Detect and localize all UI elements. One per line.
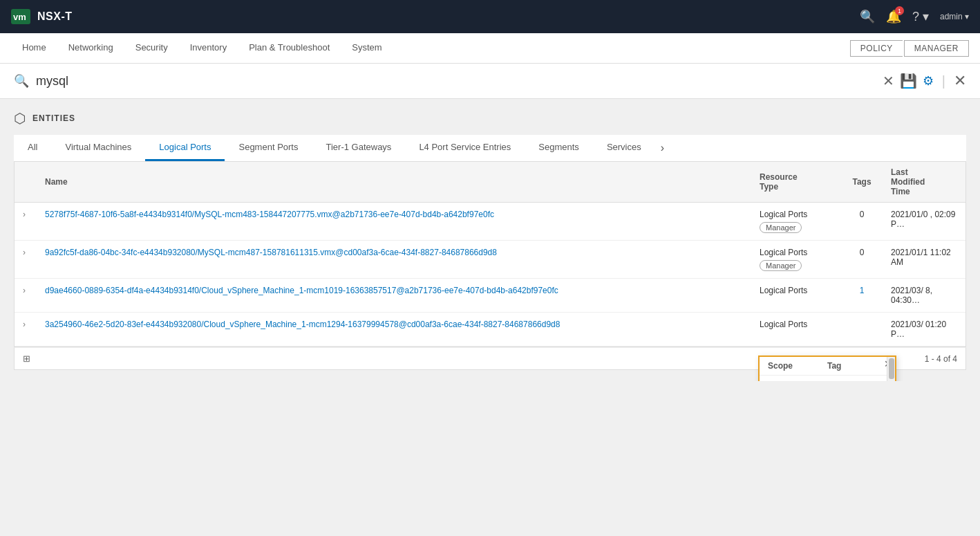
col-tags-header: Tags (841, 162, 883, 203)
col-resource-header: ResourceType (751, 162, 841, 203)
search-close-icon[interactable]: ✕ (954, 72, 966, 90)
tooltip-scope-header: Scope (768, 361, 827, 371)
layout-icon[interactable]: ⊞ (23, 353, 30, 364)
row1-tags: 0 (860, 210, 865, 219)
row2-expand-btn[interactable]: › (23, 248, 28, 257)
row3-tags[interactable]: 1 (860, 286, 865, 295)
policy-mode-button[interactable]: POLICY (850, 40, 903, 57)
user-menu[interactable]: admin ▾ (940, 12, 969, 21)
topbar: vm NSX-T 🔍 🔔 1 ? ▾ admin ▾ (0, 0, 980, 33)
table-row: › 5278f75f-4687-10f6-5a8f-e4434b9314f0/M… (15, 203, 965, 241)
svg-text:vm: vm (13, 12, 26, 22)
row1-badge: Manager (760, 222, 802, 233)
row4-name-link[interactable]: 3a254960-46e2-5d20-83ef-e4434b932080/Clo… (45, 320, 560, 329)
row3-name-link[interactable]: d9ae4660-0889-6354-df4a-e4434b9314f0/Clo… (45, 286, 558, 295)
tabs-more-button[interactable]: › (655, 135, 670, 161)
search-input[interactable] (36, 74, 876, 89)
row3-expand-btn[interactable]: › (23, 286, 28, 295)
menu-home[interactable]: Home (11, 33, 57, 63)
row1-resource-type: Logical Ports (760, 210, 833, 219)
col-time-header: LastModifiedTime (883, 162, 965, 203)
row2-resource-type: Logical Ports (760, 248, 833, 257)
entities-section: ⬡ ENTITIES All Virtual Machines Logical … (14, 110, 966, 370)
menu-plan[interactable]: Plan & Troubleshoot (238, 33, 341, 63)
table-row: › 3a254960-46e2-5d20-83ef-e4434b932080/C… (15, 313, 965, 346)
tab-services[interactable]: Services (593, 135, 655, 161)
row3-time: 2021/03/ 8, 04:30… (891, 286, 932, 305)
col-expand-header (15, 162, 37, 203)
row1-expand-btn[interactable]: › (23, 210, 28, 219)
tooltip-tag-value: mysql (827, 380, 887, 381)
manager-mode-button[interactable]: MANAGER (904, 40, 969, 57)
entities-tabs: All Virtual Machines Logical Ports Segme… (14, 135, 966, 162)
search-bar-icon: 🔍 (14, 73, 29, 89)
menu-security[interactable]: Security (124, 33, 179, 63)
row4-time: 2021/03/ 01:20 P… (891, 320, 946, 339)
row-count: 1 - 4 of 4 (925, 354, 957, 364)
row2-badge: Manager (760, 260, 802, 271)
tab-segment-ports[interactable]: Segment Ports (225, 135, 312, 161)
entities-label: ENTITIES (32, 113, 75, 123)
tooltip-scope-value: db (768, 380, 827, 381)
menubar: Home Networking Security Inventory Plan … (0, 33, 980, 64)
search-save-icon[interactable]: 💾 (900, 73, 917, 89)
tab-all[interactable]: All (14, 135, 51, 161)
searchbar: 🔍 ✕ 💾 ⚙ | ✕ (0, 64, 980, 99)
entities-cube-icon: ⬡ (14, 110, 26, 127)
row4-resource-type: Logical Ports (760, 320, 833, 329)
col-name-header: Name (37, 162, 751, 203)
tab-l4-port-service[interactable]: L4 Port Service Entries (405, 135, 525, 161)
bell-icon[interactable]: 🔔 1 (886, 9, 901, 24)
tags-tooltip: ✕ Scope Tag db mysql (758, 355, 896, 381)
menu-inventory[interactable]: Inventory (179, 33, 238, 63)
tab-logical-ports[interactable]: Logical Ports (145, 135, 225, 161)
row1-time: 2021/01/0 , 02:09 P… (891, 210, 955, 229)
row1-name-link[interactable]: 5278f75f-4687-10f6-5a8f-e4434b9314f0/MyS… (45, 210, 494, 219)
row3-resource-type: Logical Ports (760, 286, 833, 295)
table-row: › d9ae4660-0889-6354-df4a-e4434b9314f0/C… (15, 279, 965, 313)
search-actions-divider: | (942, 73, 945, 89)
row2-tags: 0 (860, 248, 865, 257)
menu-system[interactable]: System (341, 33, 393, 63)
menu-networking[interactable]: Networking (57, 33, 124, 63)
search-icon[interactable]: 🔍 (860, 9, 875, 24)
tab-tier1-gateways[interactable]: Tier-1 Gateways (312, 135, 405, 161)
search-filter-icon[interactable]: ⚙ (923, 73, 934, 89)
row4-expand-btn[interactable]: › (23, 320, 28, 329)
app-title: NSX-T (37, 10, 73, 23)
row2-time: 2021/01/1 11:02 AM (891, 248, 951, 267)
tab-segments[interactable]: Segments (525, 135, 593, 161)
table-row: › 9a92fc5f-da86-04bc-34fc-e4434b932080/M… (15, 241, 965, 279)
tooltip-tag-header: Tag (827, 361, 887, 371)
search-clear-icon[interactable]: ✕ (883, 73, 894, 89)
tab-virtual-machines[interactable]: Virtual Machines (51, 135, 145, 161)
vm-logo: vm (11, 9, 30, 24)
help-icon[interactable]: ? ▾ (912, 9, 929, 24)
row2-name-link[interactable]: 9a92fc5f-da86-04bc-34fc-e4434b932080/MyS… (45, 248, 497, 257)
